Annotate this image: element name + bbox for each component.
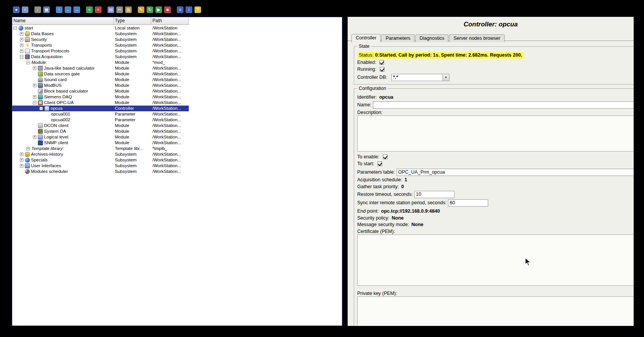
description-textarea[interactable] [357,116,634,151]
expand-icon[interactable]: + [33,135,36,139]
private-key-textarea[interactable] [357,296,634,326]
disconnect-icon[interactable]: ○ [22,7,28,13]
certificate-textarea[interactable] [357,234,634,286]
collapse-icon[interactable]: − [33,101,36,104]
tree-row-system-da[interactable]: System DAModule/WorkStation... [12,129,189,134]
about-icon[interactable]: i [186,7,192,13]
refresh-icon[interactable]: ↻ [147,7,153,13]
collapse-icon[interactable]: − [39,107,43,110]
tree-row-dcon-client[interactable]: DCON clientModule/WorkStation... [12,123,189,129]
previous-icon[interactable]: ← [65,7,71,13]
tree-row-opcua002[interactable]: opcua002Parameter/WorkStation... [12,117,189,123]
tree-cell-type: Module [114,140,151,146]
next-icon[interactable]: → [74,7,80,13]
expand-icon[interactable]: + [20,49,23,53]
up-icon[interactable]: ↑ [56,7,62,13]
tab-diagnostics[interactable]: Diagnostics [415,34,449,42]
tree-cell-type: Parameter [114,117,151,123]
tree-item-label: Modules scheduler [31,169,68,174]
to-start-checkbox[interactable] [378,161,382,166]
expand-icon[interactable]: + [20,32,23,36]
tree-column-header-path[interactable]: Path [151,17,189,25]
expand-icon[interactable]: + [20,44,23,47]
tree-row-data-bases[interactable]: +Data BasesSubsystem/WorkStation... [12,31,189,37]
tab-parameters[interactable]: Parameters [381,34,415,42]
tree-item-label: SNMP client [44,140,68,146]
collapse-icon[interactable]: − [26,61,30,64]
paste-icon[interactable]: ▥ [125,7,132,13]
expand-icon[interactable]: + [33,95,36,99]
help-icon[interactable]: ? [195,7,201,13]
tree-item-label: Transport Protocols [31,48,69,54]
expand-icon[interactable]: + [20,153,23,156]
tree-cell-path: /WorkStation... [151,111,189,117]
tree-row-transport-protocols[interactable]: +Transport ProtocolsSubsystem/WorkStatio… [12,48,189,54]
save-icon[interactable]: ▦ [43,7,50,13]
manual-icon[interactable]: ≡ [177,7,183,13]
copy-icon[interactable]: ▤ [108,7,114,13]
tree-row-archives-history[interactable]: +Archives-HistorySubsystem/WorkStation..… [12,151,189,157]
tree-row-java-like-based-calculator[interactable]: +Java-like based calculatorModule/WorkSt… [12,65,189,71]
tree-row-data-acquisition[interactable]: −Data AcquisitionSubsystem/WorkStation..… [12,54,189,60]
load-icon[interactable]: ↓ [34,7,41,13]
tab-controller[interactable]: Controller [351,34,381,42]
tree-row-siemens-daq[interactable]: +Siemens DAQModule/WorkStation... [12,94,189,100]
tree-row-security[interactable]: +SecuritySubsystem/WorkStation... [12,37,189,42]
collapse-icon[interactable]: − [20,55,23,59]
tree-row-module[interactable]: −Module:Module*mod_ [12,60,189,65]
tree-row-opcua001[interactable]: opcua001Parameter/WorkStation... [12,111,189,117]
expand-icon[interactable]: + [33,84,36,87]
tree-row-user-interfaces[interactable]: +User InterfacesSubsystem/WorkStation... [12,163,189,169]
enabled-checkbox[interactable] [379,60,384,65]
tree-row-logical-level[interactable]: +Logical levelModule/WorkStation... [12,134,189,140]
parameters-table-input[interactable] [397,169,634,176]
station-icon [18,26,23,31]
controller-db-select[interactable]: *.* ▼ [391,74,449,81]
tab-content: State Status: 0:Started. Call by period:… [348,41,634,326]
specials-icon [25,158,30,163]
tree-row-block-based-calculator[interactable]: Block based calculatorModule/WorkStation… [12,88,189,94]
tree-row-snmp-client[interactable]: SNMP clientModule/WorkStation... [12,140,189,146]
expander-spacer [33,80,38,80]
expander-spacer [33,143,38,143]
add-icon[interactable]: + [86,7,93,13]
tree-row-modules-scheduler[interactable]: Modules schedulerSubsystem/WorkStation..… [12,169,189,174]
restore-timeout-input[interactable] [414,191,454,198]
dcon-icon [38,123,43,128]
edit-icon[interactable]: ✎ [138,7,144,13]
chevron-down-icon[interactable]: ▼ [443,74,449,81]
tree-cell-name: +User Interfaces [12,163,114,169]
tree-item-label: Client OPC-UA [44,100,74,106]
expand-icon[interactable]: + [20,164,23,168]
connect-icon[interactable]: ● [13,7,20,13]
tree-row-opcua[interactable]: −opcuaController/WorkStation... [12,106,189,111]
start-icon[interactable]: ▶ [155,7,162,13]
tab-server-nodes-browser[interactable]: Server nodes browser [449,34,504,42]
tree-cell-name: +Security [12,37,114,42]
tree-row-specials[interactable]: +SpecialsSubsystem/WorkStation... [12,157,189,163]
tree-row-data-sources-gate[interactable]: Data sources gateModule/WorkStation... [12,71,189,77]
expand-icon[interactable]: + [20,38,23,41]
running-checkbox[interactable] [380,67,384,72]
expand-icon[interactable]: + [26,147,30,150]
name-input[interactable] [373,101,634,109]
tree-row-template-library[interactable]: +Template library:Template libr...*tmplb… [12,146,189,151]
tree-row-transports[interactable]: +TransportsSubsystem/WorkStation... [12,42,189,48]
tree-cell-path: /WorkStation [151,25,189,31]
collapse-icon[interactable]: − [13,26,17,30]
tree-row-modbus[interactable]: +ModBUSModule/WorkStation... [12,83,189,88]
tree-item-label: Data Bases [31,31,54,37]
stop-icon[interactable]: ■ [164,7,171,13]
expand-icon[interactable]: + [33,67,36,70]
tree-column-header-name[interactable]: Name [12,17,114,25]
cut-icon[interactable]: ✂ [116,7,123,13]
tree-column-header-type[interactable]: Type [114,17,151,25]
expand-icon[interactable]: + [20,158,23,162]
tree-row-sound-card[interactable]: Sound cardModule/WorkStation... [12,77,189,83]
sync-period-input[interactable] [448,199,488,207]
to-enable-checkbox[interactable] [383,155,387,159]
tree-row-client-opc-ua[interactable]: −Client OPC-UAModule/WorkStation... [12,100,189,106]
delete-icon[interactable]: × [95,7,101,13]
tree-cell-name: +Data Bases [12,31,114,37]
tree-row-start[interactable]: −startLocal station/WorkStation [12,25,189,31]
